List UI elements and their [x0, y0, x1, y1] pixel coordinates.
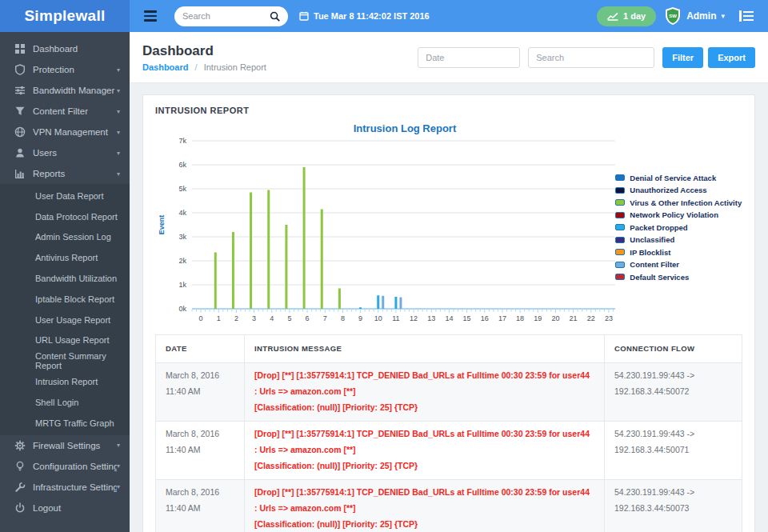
content-area: INTRUSION REPORT Intrusion Log ReportEve… — [130, 83, 768, 532]
legend-label: Default Services — [630, 273, 689, 282]
sidebar-item-users[interactable]: Users▾ — [0, 142, 130, 163]
table-row: March 8, 201611:40 AM[Drop] [**] [1:3577… — [156, 362, 742, 421]
sidebar-subitem-mrtg-traffic-graph[interactable]: MRTG Traffic Graph — [0, 413, 130, 434]
funnel-icon — [14, 106, 26, 117]
sidebar-item-firewall-settings[interactable]: Firewall Settings▾ — [0, 435, 130, 456]
sidebar-item-protection[interactable]: Protection▾ — [0, 59, 130, 80]
breadcrumb: Dashboard / Intrusion Report — [142, 62, 266, 72]
legend-label: Unclassified — [630, 235, 674, 244]
sidebar-subitem-admin-session-log[interactable]: Admin Session Log — [0, 227, 130, 248]
chevron-down-icon: ▾ — [721, 12, 725, 20]
topbar-search-input[interactable] — [182, 11, 270, 21]
gear-icon — [14, 440, 26, 451]
legend-swatch — [615, 274, 625, 280]
sidebar-item-bandwidth-manager[interactable]: Bandwidth Manager▾ — [0, 80, 130, 101]
hamburger-menu-icon[interactable] — [134, 0, 166, 32]
report-search-input[interactable] — [528, 47, 654, 68]
date-filter-input[interactable] — [418, 47, 520, 68]
svg-text:21: 21 — [570, 314, 578, 322]
legend-item-network-policy-violation: Network Policy Violation — [615, 210, 742, 219]
topbar-search[interactable] — [174, 6, 288, 26]
sidebar-item-configuration-settings[interactable]: Configuration Settings▾ — [0, 456, 130, 477]
sidebar-subitem-iptable-block-report[interactable]: Iptable Block Report — [0, 289, 130, 310]
sidebar-subitem-bandwidth-utilization[interactable]: Bandwidth Utilization — [0, 268, 130, 289]
legend-label: IP Blocklist — [630, 248, 670, 257]
sidebar-subitem-intrusion-report[interactable]: Intrusion Report — [0, 371, 130, 392]
intrusion-chart: Intrusion Log ReportEvent0k1k2k3k4k5k6k7… — [155, 120, 742, 325]
user-menu[interactable]: SW Admin ▾ — [664, 6, 725, 26]
sidebar-subitem-user-data-report[interactable]: User Data Report — [0, 186, 130, 206]
flow-source: 54.230.191.99:443 -> — [614, 368, 732, 384]
sidebar-subitem-antivirus-report[interactable]: Antivirus Report — [0, 247, 130, 268]
legend-item-unauthorized-access: Unauthorized Access — [615, 186, 742, 194]
sidebar-subitem-shell-login[interactable]: Shell Login — [0, 392, 130, 413]
date-text: March 8, 2016 — [166, 368, 234, 384]
legend-label: Virus & Other Infection Activity — [630, 198, 742, 207]
column-header-date: DATE — [156, 335, 244, 362]
intrusion-table: DATEINTRUSION MESSAGECONNECTION FLOWMarc… — [155, 334, 742, 532]
legend-swatch — [615, 237, 625, 243]
svg-text:3k: 3k — [178, 233, 186, 241]
svg-text:Intrusion Log Report: Intrusion Log Report — [354, 122, 457, 134]
shield-icon — [14, 64, 26, 75]
time-text: 11:40 AM — [166, 442, 234, 458]
sidebar-subitem-content-summary-report[interactable]: Content Summary Report — [0, 350, 130, 371]
legend-swatch — [615, 262, 625, 268]
filter-button[interactable]: Filter — [662, 47, 703, 68]
chevron-down-icon: ▾ — [117, 170, 120, 178]
flow-destination: 192.168.3.44:50072 — [614, 384, 732, 400]
legend-swatch — [615, 199, 625, 206]
legend-swatch — [615, 187, 625, 194]
cell-connection-flow: 54.230.191.99:443 ->192.168.3.44:50073 — [604, 480, 742, 532]
sidebar-item-infrastructure-settings[interactable]: Infrastructure Settings▾ — [0, 477, 130, 498]
svg-text:0k: 0k — [178, 305, 186, 313]
svg-text:5k: 5k — [178, 185, 186, 193]
cell-date: March 8, 201611:40 AM — [156, 480, 244, 532]
sidebar-subitem-url-usage-report[interactable]: URL Usage Report — [0, 330, 130, 351]
sidebar-subitem-user-usage-report[interactable]: User Usage Report — [0, 310, 130, 330]
breadcrumb-current: Intrusion Report — [204, 62, 266, 72]
legend-label: Unauthorized Access — [630, 186, 706, 194]
sidebar-item-logout[interactable]: Logout — [0, 498, 130, 518]
legend-item-unclassified: Unclassified — [615, 235, 742, 244]
legend-item-content-filter: Content Filter — [615, 260, 742, 269]
svg-text:13: 13 — [427, 314, 435, 322]
sidebar-submenu-reports: User Data ReportData Protocol ReportAdmi… — [0, 184, 130, 435]
legend-swatch — [615, 249, 625, 255]
sidebar-item-reports[interactable]: Reports▾ — [0, 163, 130, 184]
chevron-down-icon: ▾ — [117, 129, 120, 136]
sidebar-item-dashboard[interactable]: Dashboard — [0, 38, 130, 59]
user-menu-label: Admin — [686, 10, 716, 22]
message-line2: [Classification: (null)] [Priority: 25] … — [254, 400, 594, 416]
sidebar-item-vpn-management[interactable]: VPN Management▾ — [0, 122, 130, 142]
cell-connection-flow: 54.230.191.99:443 ->192.168.3.44:50072 — [604, 363, 742, 421]
svg-text:2k: 2k — [178, 257, 186, 265]
chevron-down-icon: ▾ — [117, 483, 120, 490]
flow-source: 54.230.191.99:443 -> — [614, 485, 732, 501]
sidebar-item-label: Reports — [33, 169, 117, 178]
legend-label: Content Filter — [630, 260, 679, 269]
search-icon — [270, 11, 280, 22]
svg-text:4k: 4k — [178, 209, 186, 217]
sidebar-subitem-data-protocol-report[interactable]: Data Protocol Report — [0, 206, 130, 227]
breadcrumb-link-dashboard[interactable]: Dashboard — [142, 62, 188, 72]
right-panel-toggle-icon[interactable] — [733, 6, 760, 26]
sidebar-item-label: Configuration Settings — [33, 462, 117, 471]
svg-text:5: 5 — [287, 314, 291, 322]
export-button[interactable]: Export — [708, 47, 755, 68]
sidebar-item-label: Firewall Settings — [33, 441, 117, 450]
sidebar-item-label: Dashboard — [33, 44, 120, 54]
sidebar-item-content-filter[interactable]: Content Filter▾ — [0, 101, 130, 122]
user-icon — [14, 147, 26, 158]
sidebar-item-label: VPN Management — [33, 127, 117, 137]
legend-item-default-services: Default Services — [615, 273, 742, 282]
legend-label: Denial of Service Attack — [630, 174, 716, 182]
message-line1: [Drop] [**] [1:35775914:1] TCP_DENIED Ba… — [254, 485, 594, 517]
main-area: Dashboard Dashboard / Intrusion Report F… — [130, 32, 768, 532]
topbar: Simplewall Tue Mar 8 11:42:02 IST 2016 1… — [0, 0, 768, 32]
app-logo: Simplewall — [0, 0, 130, 32]
page-title: Dashboard — [142, 43, 266, 59]
chart-legend: Denial of Service AttackUnauthorized Acc… — [615, 120, 742, 325]
legend-swatch — [615, 224, 625, 230]
time-range-button[interactable]: 1 day — [597, 6, 656, 26]
